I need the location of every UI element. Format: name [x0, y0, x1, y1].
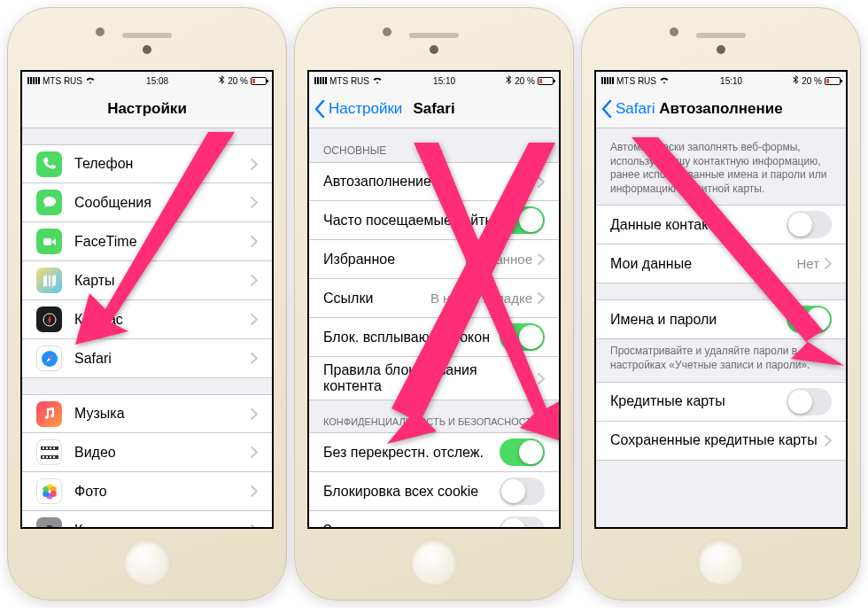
phone-frame-1: MTS RUS 15:08 20 % Настройки ТелефонСооб…	[7, 7, 287, 601]
toggle-switch[interactable]	[787, 388, 832, 415]
svg-rect-12	[53, 456, 55, 458]
toggle-switch[interactable]	[787, 211, 832, 238]
battery-icon	[538, 77, 554, 85]
section-footer-passwords: Просматривайте и удаляйте пароли в настр…	[596, 339, 846, 381]
toggle-switch[interactable]	[500, 323, 545, 351]
video-icon	[36, 439, 62, 465]
settings-row[interactable]: Правила блокирования контента	[309, 357, 559, 400]
page-title: Автозаполнение	[659, 100, 782, 118]
row-label: Сообщения	[74, 195, 251, 211]
settings-row[interactable]: Автозаполнение	[309, 162, 559, 201]
settings-row[interactable]: Видео	[22, 433, 272, 472]
back-button[interactable]: Safari	[601, 89, 655, 128]
settings-row[interactable]: Фото	[22, 472, 272, 511]
home-button[interactable]	[696, 538, 746, 587]
toggle-switch[interactable]	[500, 477, 545, 505]
facetime-icon	[36, 229, 62, 254]
nav-bar: Настройки Safari	[309, 89, 559, 128]
settings-row[interactable]: Имена и пароли	[596, 299, 846, 339]
msg-icon	[36, 190, 62, 215]
row-label: Данные контакта	[610, 217, 787, 233]
screen-safari-settings: MTS RUS 15:10 20 % Настройки Safari ОСНО…	[307, 70, 561, 529]
chevron-right-icon	[825, 435, 832, 446]
settings-row[interactable]: Запрет отслеживания	[309, 511, 559, 529]
nav-bar: Настройки	[22, 89, 272, 128]
svg-point-20	[46, 528, 51, 529]
home-button[interactable]	[409, 538, 459, 587]
chevron-right-icon	[538, 373, 545, 384]
row-label: Кредитные карты	[610, 393, 787, 409]
toggle-switch[interactable]	[500, 516, 545, 529]
toggle-switch[interactable]	[500, 206, 545, 234]
svg-rect-6	[46, 447, 48, 449]
settings-row[interactable]: ИзбранноеИзбранное	[309, 240, 559, 279]
status-bar: MTS RUS 15:10 20 %	[596, 72, 846, 89]
status-time: 15:08	[146, 76, 168, 86]
wifi-icon	[372, 76, 383, 86]
settings-row[interactable]: Камера	[22, 511, 272, 529]
camera-icon	[36, 517, 62, 529]
row-label: Блокировка всех cookie	[323, 484, 500, 500]
photos-icon	[36, 478, 62, 504]
settings-row[interactable]: Сохраненные кредитные карты	[596, 422, 846, 461]
row-label: Имена и пароли	[610, 312, 787, 328]
row-label: Музыка	[74, 406, 251, 422]
settings-row[interactable]: Музыка	[22, 394, 272, 433]
chevron-right-icon	[251, 408, 258, 420]
chevron-right-icon	[251, 524, 258, 529]
maps-icon	[36, 268, 62, 293]
status-bar: MTS RUS 15:08 20 %	[22, 72, 272, 89]
bluetooth-icon	[506, 75, 512, 87]
carrier-label: MTS RUS	[616, 76, 656, 86]
settings-row[interactable]: Кредитные карты	[596, 382, 846, 422]
svg-rect-5	[43, 447, 44, 449]
settings-row[interactable]: Мои данныеНет	[596, 244, 846, 283]
home-button[interactable]	[122, 538, 172, 587]
row-label: Ссылки	[323, 291, 430, 306]
status-bar: MTS RUS 15:10 20 %	[309, 72, 559, 89]
svg-point-18	[43, 486, 49, 493]
row-label: Часто посещаемые сайты	[323, 213, 500, 229]
row-detail: В новой вкладке	[430, 291, 532, 306]
back-button[interactable]: Настройки	[314, 89, 402, 128]
svg-rect-22	[47, 525, 52, 528]
row-label: Автозаполнение	[323, 174, 538, 190]
settings-row[interactable]: Телефон	[22, 144, 272, 183]
settings-row[interactable]: Сообщения	[22, 183, 272, 222]
battery-icon	[825, 77, 841, 85]
row-label: Правила блокирования контента	[323, 362, 538, 394]
toggle-switch[interactable]	[787, 306, 832, 333]
settings-row[interactable]: FaceTime	[22, 222, 272, 261]
settings-row[interactable]: Карты	[22, 261, 272, 300]
settings-row[interactable]: Блок. всплывающих окон	[309, 318, 559, 357]
svg-rect-0	[43, 238, 51, 245]
row-label: Мои данные	[610, 256, 796, 272]
toggle-switch[interactable]	[500, 438, 545, 466]
wifi-icon	[659, 76, 670, 86]
wifi-icon	[85, 76, 96, 86]
settings-row[interactable]: Блокировка всех cookie	[309, 472, 559, 511]
chevron-right-icon	[251, 159, 258, 170]
chevron-right-icon	[251, 197, 258, 208]
battery-percent: 20 %	[802, 76, 822, 86]
row-detail: Избранное	[465, 252, 532, 267]
settings-row[interactable]: Данные контакта	[596, 205, 846, 244]
safari-icon	[36, 345, 62, 371]
row-label: Видео	[74, 445, 251, 461]
carrier-label: MTS RUS	[43, 76, 82, 86]
battery-percent: 20 %	[228, 76, 248, 86]
row-label: Блок. всплывающих окон	[323, 330, 500, 345]
row-detail: Нет	[796, 256, 819, 271]
settings-row[interactable]: Компас	[22, 300, 272, 339]
svg-rect-7	[50, 447, 51, 449]
row-label: Сохраненные кредитные карты	[610, 432, 825, 448]
nav-bar: Safari Автозаполнение	[596, 89, 846, 128]
settings-row[interactable]: Safari	[22, 339, 272, 378]
row-label: Без перекрестн. отслеж.	[323, 445, 500, 461]
status-time: 15:10	[720, 76, 742, 86]
settings-row[interactable]: Без перекрестн. отслеж.	[309, 432, 559, 472]
settings-row[interactable]: Часто посещаемые сайты	[309, 201, 559, 240]
phone-icon	[36, 151, 62, 177]
settings-row[interactable]: СсылкиВ новой вкладке	[309, 279, 559, 318]
row-label: Фото	[74, 484, 251, 500]
